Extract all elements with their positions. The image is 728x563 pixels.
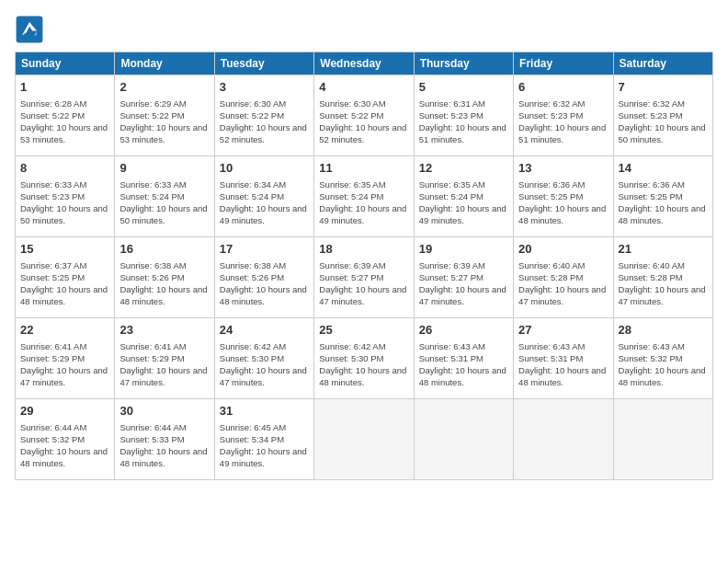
daylight-text: Daylight: 10 hours and 49 minutes. [419,203,506,225]
sunset-text: Sunset: 5:29 PM [119,353,184,363]
sunset-text: Sunset: 5:25 PM [20,272,85,282]
day-info: Sunrise: 6:40 AM Sunset: 5:28 PM Dayligh… [619,259,708,308]
sunset-text: Sunset: 5:24 PM [419,191,483,201]
calendar-cell: 28 Sunrise: 6:43 AM Sunset: 5:32 PM Dayl… [613,318,712,399]
daylight-text: Daylight: 10 hours and 47 minutes. [419,284,506,306]
day-info: Sunrise: 6:36 AM Sunset: 5:25 PM Dayligh… [518,178,608,227]
daylight-text: Daylight: 10 hours and 51 minutes. [419,122,506,144]
sunset-text: Sunset: 5:33 PM [119,434,184,444]
sunrise-text: Sunrise: 6:38 AM [119,260,186,270]
day-number: 27 [518,322,608,339]
calendar-cell: 19 Sunrise: 6:39 AM Sunset: 5:27 PM Dayl… [414,237,513,318]
day-info: Sunrise: 6:34 AM Sunset: 5:24 PM Dayligh… [220,178,309,227]
day-info: Sunrise: 6:31 AM Sunset: 5:23 PM Dayligh… [419,98,508,146]
calendar-cell: 8 Sunrise: 6:33 AM Sunset: 5:23 PM Dayli… [16,156,115,237]
calendar-header-tuesday: Tuesday [214,52,313,75]
sunset-text: Sunset: 5:25 PM [619,191,683,201]
calendar-cell: 17 Sunrise: 6:38 AM Sunset: 5:26 PM Dayl… [214,237,313,318]
calendar-cell: 11 Sunrise: 6:35 AM Sunset: 5:24 PM Dayl… [314,156,414,237]
sunset-text: Sunset: 5:23 PM [419,110,483,121]
sunrise-text: Sunrise: 6:45 AM [220,422,286,432]
sunset-text: Sunset: 5:28 PM [518,272,583,282]
daylight-text: Daylight: 10 hours and 49 minutes. [220,446,307,468]
day-number: 19 [419,241,508,258]
daylight-text: Daylight: 10 hours and 47 minutes. [319,284,406,306]
calendar-cell [314,399,414,480]
calendar-cell: 24 Sunrise: 6:42 AM Sunset: 5:30 PM Dayl… [214,318,313,399]
day-number: 23 [119,322,209,339]
daylight-text: Daylight: 10 hours and 48 minutes. [119,284,207,306]
daylight-text: Daylight: 10 hours and 48 minutes. [619,203,706,225]
sunrise-text: Sunrise: 6:31 AM [419,98,485,109]
day-info: Sunrise: 6:33 AM Sunset: 5:24 PM Dayligh… [119,178,209,227]
calendar-cell: 20 Sunrise: 6:40 AM Sunset: 5:28 PM Dayl… [514,237,613,318]
sunset-text: Sunset: 5:22 PM [319,110,383,121]
daylight-text: Daylight: 10 hours and 50 minutes. [619,122,706,144]
sunrise-text: Sunrise: 6:43 AM [419,341,485,351]
daylight-text: Daylight: 10 hours and 50 minutes. [20,203,108,225]
daylight-text: Daylight: 10 hours and 49 minutes. [319,203,406,225]
sunrise-text: Sunrise: 6:28 AM [20,98,86,109]
calendar-week-row-3: 15 Sunrise: 6:37 AM Sunset: 5:25 PM Dayl… [16,237,713,318]
calendar-header-thursday: Thursday [414,52,513,75]
day-info: Sunrise: 6:28 AM Sunset: 5:22 PM Dayligh… [20,98,109,146]
calendar-cell: 10 Sunrise: 6:34 AM Sunset: 5:24 PM Dayl… [214,156,313,237]
day-info: Sunrise: 6:43 AM Sunset: 5:31 PM Dayligh… [518,340,608,389]
daylight-text: Daylight: 10 hours and 48 minutes. [319,365,406,387]
day-info: Sunrise: 6:35 AM Sunset: 5:24 PM Dayligh… [419,178,508,227]
sunrise-text: Sunrise: 6:39 AM [319,260,385,270]
sunset-text: Sunset: 5:32 PM [20,434,85,444]
day-info: Sunrise: 6:43 AM Sunset: 5:31 PM Dayligh… [419,340,508,389]
sunset-text: Sunset: 5:29 PM [20,353,85,363]
sunset-text: Sunset: 5:22 PM [20,110,85,121]
sunset-text: Sunset: 5:32 PM [619,353,683,363]
sunrise-text: Sunrise: 6:43 AM [518,341,585,351]
sunrise-text: Sunrise: 6:29 AM [119,98,186,109]
sunset-text: Sunset: 5:24 PM [119,191,184,201]
day-info: Sunrise: 6:39 AM Sunset: 5:27 PM Dayligh… [319,259,408,308]
calendar-week-row-2: 8 Sunrise: 6:33 AM Sunset: 5:23 PM Dayli… [16,156,713,237]
calendar-cell [414,399,513,480]
calendar-cell: 2 Sunrise: 6:29 AM Sunset: 5:22 PM Dayli… [115,75,214,156]
day-number: 4 [319,79,408,96]
daylight-text: Daylight: 10 hours and 47 minutes. [119,365,207,387]
calendar-cell: 12 Sunrise: 6:35 AM Sunset: 5:24 PM Dayl… [414,156,513,237]
calendar-table: SundayMondayTuesdayWednesdayThursdayFrid… [15,52,713,480]
sunset-text: Sunset: 5:24 PM [319,191,383,201]
daylight-text: Daylight: 10 hours and 48 minutes. [220,284,307,306]
daylight-text: Daylight: 10 hours and 48 minutes. [119,446,207,468]
daylight-text: Daylight: 10 hours and 50 minutes. [119,203,207,225]
sunset-text: Sunset: 5:25 PM [518,191,583,201]
sunrise-text: Sunrise: 6:33 AM [119,179,186,190]
calendar-cell: 26 Sunrise: 6:43 AM Sunset: 5:31 PM Dayl… [414,318,513,399]
day-number: 29 [20,403,109,419]
calendar-cell: 16 Sunrise: 6:38 AM Sunset: 5:26 PM Dayl… [115,237,214,318]
sunrise-text: Sunrise: 6:36 AM [619,179,685,190]
calendar-header-wednesday: Wednesday [314,52,414,75]
daylight-text: Daylight: 10 hours and 53 minutes. [20,122,108,144]
sunrise-text: Sunrise: 6:35 AM [319,179,385,190]
sunrise-text: Sunrise: 6:43 AM [619,341,685,351]
daylight-text: Daylight: 10 hours and 47 minutes. [518,284,606,306]
day-number: 18 [319,241,408,258]
day-info: Sunrise: 6:45 AM Sunset: 5:34 PM Dayligh… [220,421,309,470]
daylight-text: Daylight: 10 hours and 48 minutes. [619,365,706,387]
day-info: Sunrise: 6:32 AM Sunset: 5:23 PM Dayligh… [518,98,608,146]
sunrise-text: Sunrise: 6:39 AM [419,260,485,270]
calendar-cell: 3 Sunrise: 6:30 AM Sunset: 5:22 PM Dayli… [214,75,313,156]
day-info: Sunrise: 6:38 AM Sunset: 5:26 PM Dayligh… [220,259,309,308]
day-info: Sunrise: 6:32 AM Sunset: 5:23 PM Dayligh… [619,98,708,146]
calendar-cell: 4 Sunrise: 6:30 AM Sunset: 5:22 PM Dayli… [314,75,414,156]
sunset-text: Sunset: 5:22 PM [220,110,284,121]
sunrise-text: Sunrise: 6:40 AM [518,260,585,270]
day-number: 11 [319,160,408,177]
day-number: 7 [619,79,708,96]
sunrise-text: Sunrise: 6:44 AM [119,422,186,432]
day-info: Sunrise: 6:42 AM Sunset: 5:30 PM Dayligh… [319,340,408,389]
sunset-text: Sunset: 5:24 PM [220,191,284,201]
calendar-header-saturday: Saturday [613,52,712,75]
day-info: Sunrise: 6:41 AM Sunset: 5:29 PM Dayligh… [119,340,209,389]
calendar-cell: 9 Sunrise: 6:33 AM Sunset: 5:24 PM Dayli… [115,156,214,237]
calendar-cell: 5 Sunrise: 6:31 AM Sunset: 5:23 PM Dayli… [414,75,513,156]
day-number: 13 [518,160,608,177]
